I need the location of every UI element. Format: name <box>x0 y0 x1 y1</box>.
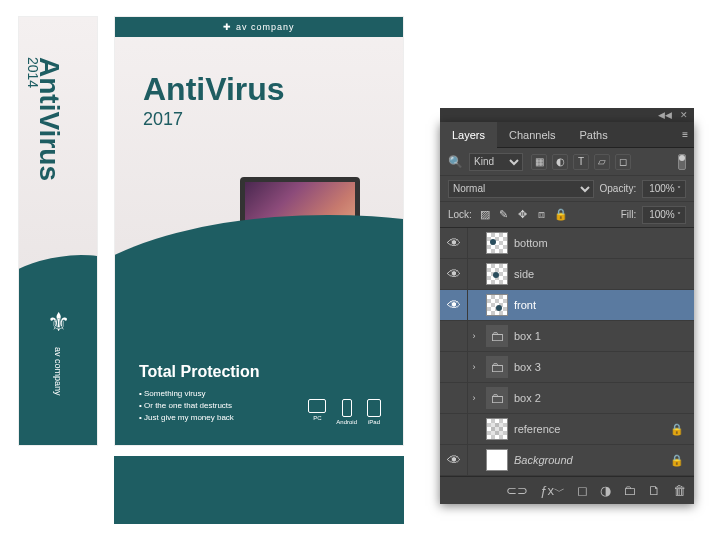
layer-thumbnail <box>486 263 508 285</box>
front-year: 2017 <box>143 109 183 130</box>
adjustment-layer-icon[interactable]: ◑ <box>600 483 611 498</box>
front-bottom: Total Protection Something virusy Or the… <box>115 293 403 445</box>
fill-label: Fill: <box>621 209 637 220</box>
front-header: ✚ av company <box>115 17 403 37</box>
layer-mask-icon[interactable]: ◻ <box>577 483 588 498</box>
lock-all-icon[interactable]: 🔒 <box>554 208 568 222</box>
filter-type-icon[interactable]: T <box>573 154 589 170</box>
box-front-panel: ✚ av company AntiVirus 2017 Total Protec… <box>114 16 404 446</box>
device-android: Android <box>336 399 357 425</box>
panel-tabs: Layers Channels Paths ≡ <box>440 122 694 148</box>
front-title: AntiVirus <box>143 71 285 108</box>
layer-thumbnail <box>486 387 508 409</box>
layer-name[interactable]: reference <box>514 423 560 435</box>
collapse-icon[interactable]: ◀◀ <box>658 110 672 120</box>
layer-row-reference[interactable]: reference🔒 <box>440 414 694 445</box>
opacity-value[interactable]: 100% <box>642 180 686 198</box>
filter-shape-icon[interactable]: ▱ <box>594 154 610 170</box>
layer-name[interactable]: front <box>514 299 536 311</box>
layer-row-side[interactable]: 👁side <box>440 259 694 290</box>
layer-name[interactable]: box 2 <box>514 392 541 404</box>
filter-smart-icon[interactable]: ◻ <box>615 154 631 170</box>
lock-label: Lock: <box>448 209 472 220</box>
device-ipad: iPad <box>367 399 381 425</box>
expand-arrow[interactable]: › <box>468 331 480 341</box>
layer-thumbnail <box>486 232 508 254</box>
layer-row-bottom[interactable]: 👁bottom <box>440 228 694 259</box>
lock-pixels-icon[interactable]: ✎ <box>497 208 511 222</box>
panel-collapse-bar: ◀◀ ✕ <box>440 108 694 122</box>
layer-name[interactable]: side <box>514 268 534 280</box>
layer-thumbnail <box>486 449 508 471</box>
layer-row-box-1[interactable]: ›box 1 <box>440 321 694 352</box>
layer-name[interactable]: Background <box>514 454 573 466</box>
visibility-toggle[interactable] <box>440 321 468 351</box>
opacity-label: Opacity: <box>600 183 637 194</box>
filter-kind-select[interactable]: Kind <box>469 153 523 171</box>
lock-transparent-icon[interactable]: ▨ <box>478 208 492 222</box>
bullet: Something virusy <box>139 389 379 398</box>
search-icon[interactable]: 🔍 <box>448 155 463 169</box>
filter-adjust-icon[interactable]: ◐ <box>552 154 568 170</box>
fleur-icon: ⚜ <box>47 307 70 338</box>
box-bottom-panel <box>114 456 404 524</box>
fill-value[interactable]: 100% <box>642 206 686 224</box>
layer-fx-icon[interactable]: ƒx﹀ <box>540 483 565 499</box>
lock-icon: 🔒 <box>670 454 684 467</box>
expand-arrow[interactable]: › <box>468 362 480 372</box>
panel-footer: ⊂⊃ ƒx﹀ ◻ ◑ 🗀 🗋 🗑 <box>440 476 694 504</box>
layer-row-box-2[interactable]: ›box 2 <box>440 383 694 414</box>
layer-name[interactable]: box 1 <box>514 330 541 342</box>
lock-position-icon[interactable]: ✥ <box>516 208 530 222</box>
visibility-toggle[interactable] <box>440 383 468 413</box>
filter-toggle[interactable] <box>678 154 686 170</box>
layers-panel: Layers Channels Paths ≡ 🔍 Kind ▦ ◐ T ▱ ◻… <box>440 122 694 504</box>
tab-paths[interactable]: Paths <box>568 122 620 148</box>
lock-icon: 🔒 <box>670 423 684 436</box>
panel-menu-icon[interactable]: ≡ <box>682 129 688 140</box>
lock-row: Lock: ▨ ✎ ✥ ⧈ 🔒 Fill: 100% <box>440 202 694 228</box>
tab-layers[interactable]: Layers <box>440 122 497 148</box>
layer-list: 👁bottom👁side👁front›box 1›box 3›box 2refe… <box>440 228 694 476</box>
filter-row: 🔍 Kind ▦ ◐ T ▱ ◻ <box>440 148 694 176</box>
layer-row-front[interactable]: 👁front <box>440 290 694 321</box>
close-icon[interactable]: ✕ <box>680 110 688 120</box>
delete-layer-icon[interactable]: 🗑 <box>673 483 686 498</box>
layer-thumbnail <box>486 418 508 440</box>
expand-arrow[interactable]: › <box>468 393 480 403</box>
visibility-toggle[interactable] <box>440 414 468 444</box>
tab-channels[interactable]: Channels <box>497 122 567 148</box>
lock-artboard-icon[interactable]: ⧈ <box>535 208 549 222</box>
visibility-toggle[interactable]: 👁 <box>440 259 468 289</box>
blend-mode-select[interactable]: Normal <box>448 180 594 198</box>
new-group-icon[interactable]: 🗀 <box>623 483 636 498</box>
layer-row-Background[interactable]: 👁Background🔒 <box>440 445 694 476</box>
layer-thumbnail <box>486 294 508 316</box>
new-layer-icon[interactable]: 🗋 <box>648 483 661 498</box>
layer-thumbnail <box>486 356 508 378</box>
layer-name[interactable]: box 3 <box>514 361 541 373</box>
side-year: 2014 <box>25 57 41 88</box>
link-layers-icon[interactable]: ⊂⊃ <box>506 483 528 498</box>
blend-row: Normal Opacity: 100% <box>440 176 694 202</box>
box-side-panel: AntiVirus 2014 ⚜ av company <box>18 16 98 446</box>
device-pc: PC <box>308 399 326 425</box>
side-brand: av company <box>53 347 63 396</box>
layer-thumbnail <box>486 325 508 347</box>
visibility-toggle[interactable]: 👁 <box>440 290 468 320</box>
layer-row-box-3[interactable]: ›box 3 <box>440 352 694 383</box>
visibility-toggle[interactable] <box>440 352 468 382</box>
visibility-toggle[interactable]: 👁 <box>440 228 468 258</box>
visibility-toggle[interactable]: 👁 <box>440 445 468 475</box>
layer-name[interactable]: bottom <box>514 237 548 249</box>
filter-pixel-icon[interactable]: ▦ <box>531 154 547 170</box>
protection-title: Total Protection <box>139 363 379 381</box>
